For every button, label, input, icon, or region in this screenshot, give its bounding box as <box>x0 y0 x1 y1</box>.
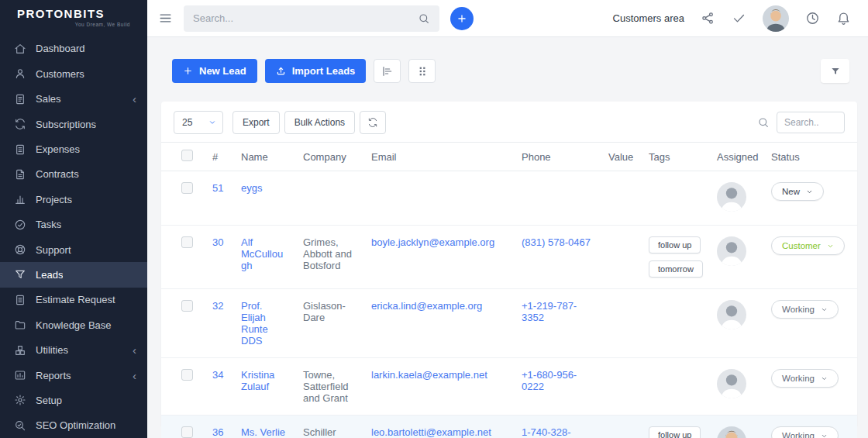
sidebar-item-customers[interactable]: Customers <box>0 61 147 86</box>
quick-add-button[interactable] <box>450 7 474 30</box>
menu-toggle-icon[interactable] <box>158 11 173 26</box>
lead-phone-link[interactable]: +1-680-956-0222 <box>522 369 577 392</box>
customers-area-link[interactable]: Customers area <box>613 12 684 24</box>
lead-name-link[interactable]: eygs <box>241 182 262 194</box>
lead-id-link[interactable]: 30 <box>212 236 223 248</box>
sidebar-item-label: Tasks <box>36 219 61 230</box>
lead-phone-link[interactable]: 1-740-328-1245 <box>522 426 571 438</box>
assigned-avatar <box>717 300 746 329</box>
sidebar-item-label: Setup <box>36 395 62 406</box>
lead-id-link[interactable]: 34 <box>212 369 223 381</box>
brand-logo: PROTONBITS You Dream, We Build <box>0 0 147 32</box>
status-dropdown[interactable]: New <box>771 182 824 201</box>
sidebar-item-label: Expenses <box>36 143 80 155</box>
lead-phone-link[interactable]: +1-219-787-3352 <box>522 300 577 323</box>
folder-icon <box>14 319 26 331</box>
sidebar-item-setup[interactable]: Setup <box>0 388 147 412</box>
status-dropdown[interactable]: Working <box>771 426 839 438</box>
bulk-actions-button[interactable]: Bulk Actions <box>284 111 355 134</box>
sidebar-item-sales[interactable]: Sales‹ <box>0 87 147 112</box>
status-dropdown[interactable]: Working <box>771 300 839 319</box>
clock-icon[interactable] <box>805 11 820 26</box>
sidebar-item-projects[interactable]: Projects <box>0 187 147 212</box>
lead-name-link[interactable]: Alf McCullough <box>241 236 283 271</box>
column-header-phone[interactable]: Phone <box>514 143 601 171</box>
table-row: 32Prof. Elijah Runte DDSGislason-Dareeri… <box>161 289 857 358</box>
lead-company: Grimes, Abbott and Botsford <box>303 236 352 271</box>
sidebar-item-leads[interactable]: Leads <box>0 262 147 287</box>
column-header-status[interactable]: Status <box>763 143 857 171</box>
funnel-icon <box>14 268 26 281</box>
column-header-value[interactable]: Value <box>601 143 641 171</box>
chevron-down-icon <box>806 188 813 195</box>
row-checkbox[interactable] <box>181 426 193 438</box>
tag-pill[interactable]: follow up <box>649 426 701 438</box>
row-checkbox[interactable] <box>181 369 193 381</box>
todo-check-icon[interactable] <box>732 11 746 26</box>
filter-button[interactable] <box>821 59 849 83</box>
lead-email-link[interactable]: boyle.jacklyn@example.org <box>371 236 494 248</box>
row-checkbox[interactable] <box>181 236 193 248</box>
global-search-input[interactable] <box>193 12 418 24</box>
lead-id-link[interactable]: 36 <box>212 426 223 438</box>
global-search <box>184 5 439 32</box>
sidebar-item-knowledge-base[interactable]: Knowledge Base <box>0 312 147 337</box>
page-size-select[interactable]: 25 <box>174 111 223 134</box>
status-dropdown[interactable]: Customer <box>771 236 845 255</box>
sidebar-item-reports[interactable]: Reports‹ <box>0 363 147 388</box>
lead-email-link[interactable]: ericka.lind@example.org <box>371 300 482 312</box>
table-search-input[interactable] <box>777 112 845 133</box>
assigned-avatar <box>717 369 746 398</box>
lead-email-link[interactable]: larkin.kaela@example.net <box>371 369 487 381</box>
new-lead-button[interactable]: New Lead <box>172 59 257 83</box>
lead-name-link[interactable]: Kristina Zulauf <box>241 369 274 392</box>
sidebar-item-expenses[interactable]: Expenses <box>0 136 147 161</box>
row-checkbox[interactable] <box>181 300 193 312</box>
sidebar-item-estimate-request[interactable]: Estimate Request <box>0 288 147 312</box>
sidebar-item-seo-optimization[interactable]: SEO Optimization <box>0 413 147 438</box>
user-avatar[interactable] <box>763 5 789 32</box>
column-header-tags[interactable]: Tags <box>641 143 709 171</box>
page-actions: New Lead Import Leads <box>172 59 849 83</box>
sidebar-item-utilities[interactable]: Utilities‹ <box>0 337 147 362</box>
assigned-avatar <box>717 426 746 438</box>
column-header-company[interactable]: Company <box>295 143 363 171</box>
sidebar-item-support[interactable]: Support <box>0 237 147 262</box>
row-checkbox[interactable] <box>181 182 193 194</box>
chevron-down-icon <box>827 243 834 250</box>
taskcheck-icon <box>14 219 26 231</box>
tag-pill[interactable]: tomorrow <box>649 260 703 278</box>
tag-pill[interactable]: follow up <box>649 236 701 253</box>
leads-summary-button[interactable] <box>374 59 401 83</box>
kanban-view-button[interactable] <box>408 59 436 83</box>
select-all-checkbox[interactable] <box>181 150 193 161</box>
column-header-email[interactable]: Email <box>363 143 514 171</box>
contract-icon <box>14 168 26 181</box>
export-button[interactable]: Export <box>232 111 280 134</box>
lead-email-link[interactable]: leo.bartoletti@example.net <box>371 426 491 438</box>
column-header--[interactable]: # <box>205 143 233 171</box>
sidebar: PROTONBITS You Dream, We Build Dashboard… <box>0 0 147 438</box>
plus-icon <box>456 13 467 24</box>
import-leads-button[interactable]: Import Leads <box>265 59 367 83</box>
sidebar-item-tasks[interactable]: Tasks <box>0 212 147 236</box>
lead-phone-link[interactable]: (831) 578-0467 <box>522 236 591 248</box>
lead-id-link[interactable]: 32 <box>212 300 223 312</box>
leads-table: #NameCompanyEmailPhoneValueTagsAssignedS… <box>161 142 857 438</box>
refresh-button[interactable] <box>360 111 386 134</box>
sidebar-item-contracts[interactable]: Contracts <box>0 162 147 187</box>
status-dropdown[interactable]: Working <box>771 369 839 388</box>
sidebar-item-subscriptions[interactable]: Subscriptions <box>0 112 147 136</box>
lead-name-link[interactable]: Ms. Verlie Cormier <box>241 426 285 438</box>
lead-tags: follow up <box>649 426 701 438</box>
refresh-icon <box>367 117 378 128</box>
column-header-assigned[interactable]: Assigned <box>709 143 763 171</box>
share-icon[interactable] <box>701 11 715 26</box>
sidebar-item-label: Sales <box>36 93 61 105</box>
column-header-name[interactable]: Name <box>233 143 295 171</box>
bell-icon[interactable] <box>836 11 851 26</box>
sidebar-item-dashboard[interactable]: Dashboard <box>0 36 147 61</box>
lead-id-link[interactable]: 51 <box>212 182 223 194</box>
seo-icon <box>14 419 26 432</box>
lead-name-link[interactable]: Prof. Elijah Runte DDS <box>241 300 268 347</box>
